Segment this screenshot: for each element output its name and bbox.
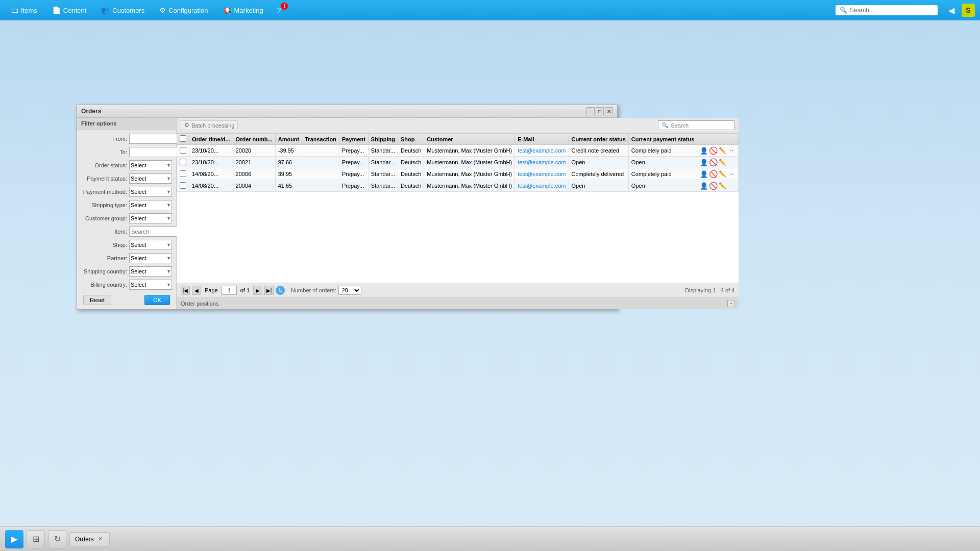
th-shop[interactable]: Shop xyxy=(398,134,424,145)
global-search-input[interactable] xyxy=(850,7,934,14)
prev-page-button[interactable]: ◀ xyxy=(192,286,201,295)
taskbar-orders-tab[interactable]: Orders ✕ xyxy=(69,532,110,546)
nav-item-customers[interactable]: 👥 Customers xyxy=(95,4,151,16)
th-transaction[interactable]: Transaction xyxy=(302,134,339,145)
row-checkbox-cell[interactable] xyxy=(177,180,189,192)
th-payment[interactable]: Payment xyxy=(339,134,369,145)
nav-item-content[interactable]: 📄 Content xyxy=(46,4,93,16)
row-payment-status: Open xyxy=(628,180,697,192)
th-order-status[interactable]: Current order status xyxy=(569,134,628,145)
row-person-icon[interactable]: 👤 xyxy=(700,146,708,155)
th-order-number[interactable]: Order numb... xyxy=(233,134,275,145)
row-checkbox-cell[interactable] xyxy=(177,145,189,157)
row-email-link[interactable]: test@example.com xyxy=(518,183,566,189)
th-order-time[interactable]: Order time/d... xyxy=(189,134,233,145)
filter-row-shipping-type: Shipping type: Select ▼ xyxy=(81,200,172,210)
filter-buttons: Reset OK xyxy=(81,295,172,305)
restore-button[interactable]: □ xyxy=(596,107,604,115)
taskbar-windows-button[interactable]: ⊞ xyxy=(27,530,45,548)
row-block-icon[interactable]: 🚫 xyxy=(709,170,717,178)
row-edit-icon[interactable]: ✏️ xyxy=(718,158,726,166)
ok-button[interactable]: OK xyxy=(144,295,170,305)
row-customer: Mustermann, Max (Muster GmbH) xyxy=(424,180,515,192)
customer-group-select[interactable]: Select xyxy=(129,213,172,223)
row-action-icons: 👤 🚫 ✏️ ↔ xyxy=(700,170,736,178)
row-link-icon[interactable]: ↔ xyxy=(727,146,736,155)
row-email[interactable]: test@example.com xyxy=(515,157,569,168)
nav-item-marketing-label: Marketing xyxy=(234,7,263,14)
row-edit-icon[interactable]: ✏️ xyxy=(718,170,726,178)
orders-search-box[interactable]: 🔍 xyxy=(658,120,734,130)
refresh-button[interactable]: ↻ xyxy=(276,286,285,295)
payment-method-label: Payment method: xyxy=(81,189,127,195)
row-person-icon[interactable]: 👤 xyxy=(700,158,708,166)
orders-toolbar: ⚙ Batch processing 🔍 xyxy=(177,118,739,133)
nav-item-configuration[interactable]: ⚙ Configuration xyxy=(153,4,214,16)
orders-count-label: Number of orders: xyxy=(291,287,336,293)
order-positions-expand[interactable]: + xyxy=(727,300,734,307)
first-page-button[interactable]: |◀ xyxy=(181,286,190,295)
th-customer[interactable]: Customer xyxy=(424,134,515,145)
row-email-link[interactable]: test@example.com xyxy=(518,159,566,165)
row-block-icon[interactable]: 🚫 xyxy=(709,146,717,155)
row-email-link[interactable]: test@example.com xyxy=(518,171,566,177)
shop-select[interactable]: Select xyxy=(129,240,172,250)
select-all-checkbox[interactable] xyxy=(180,135,186,142)
shipping-country-select[interactable]: Select xyxy=(129,266,172,277)
th-payment-status[interactable]: Current payment status xyxy=(628,134,697,145)
row-action-icons: 👤 🚫 ✏️ xyxy=(700,182,736,190)
row-checkbox-3[interactable] xyxy=(180,182,186,189)
row-edit-icon[interactable]: ✏️ xyxy=(718,182,726,190)
partner-select[interactable]: Select xyxy=(129,253,172,263)
order-status-select[interactable]: Select xyxy=(129,160,172,170)
page-input[interactable] xyxy=(222,286,237,295)
row-link-icon[interactable]: ↔ xyxy=(727,170,736,178)
row-block-icon[interactable]: 🚫 xyxy=(709,158,717,166)
order-status-wrapper: Select ▼ xyxy=(129,160,172,170)
row-checkbox-2[interactable] xyxy=(180,170,186,177)
nav-item-marketing[interactable]: 📢 Marketing xyxy=(217,4,270,16)
taskbar-orders-label: Orders xyxy=(75,536,94,543)
row-block-icon[interactable]: 🚫 xyxy=(709,182,717,190)
billing-country-select[interactable]: Select xyxy=(129,280,172,290)
row-person-icon[interactable]: 👤 xyxy=(700,170,708,178)
row-transaction xyxy=(302,180,339,192)
row-email[interactable]: test@example.com xyxy=(515,145,569,157)
batch-processing-button[interactable]: ⚙ Batch processing xyxy=(181,120,238,130)
row-email-link[interactable]: test@example.com xyxy=(518,147,566,154)
nav-item-items[interactable]: 🗃 Items xyxy=(5,4,43,16)
payment-method-select[interactable]: Select xyxy=(129,187,172,197)
row-order-number: 20020 xyxy=(233,145,275,157)
taskbar-refresh-button[interactable]: ↻ xyxy=(48,530,66,548)
taskbar-home-button[interactable]: ▶ xyxy=(5,530,23,548)
pagination-bar: |◀ ◀ Page of 1 ▶ ▶| ↻ Number of orders: … xyxy=(177,283,739,297)
row-email[interactable]: test@example.com xyxy=(515,180,569,192)
help-icon[interactable]: ? xyxy=(277,6,281,14)
payment-status-select[interactable]: Select xyxy=(129,173,172,184)
row-checkbox-0[interactable] xyxy=(180,147,186,154)
th-shipping[interactable]: Shipping xyxy=(368,134,398,145)
payment-method-wrapper: Select ▼ xyxy=(129,187,172,197)
minimize-button[interactable]: – xyxy=(586,107,595,115)
th-amount[interactable]: Amount xyxy=(275,134,302,145)
row-checkbox-1[interactable] xyxy=(180,159,186,165)
back-icon[interactable]: ◀ xyxy=(945,5,958,16)
row-payment: Prepay... xyxy=(339,168,369,180)
row-checkbox-cell[interactable] xyxy=(177,168,189,180)
row-email[interactable]: test@example.com xyxy=(515,168,569,180)
row-edit-icon[interactable]: ✏️ xyxy=(718,146,726,155)
th-email[interactable]: E-Mail xyxy=(515,134,569,145)
taskbar-orders-close[interactable]: ✕ xyxy=(97,536,104,543)
last-page-button[interactable]: ▶| xyxy=(264,286,274,295)
orders-table: Order time/d... Order numb... Amount Tra… xyxy=(177,133,739,192)
orders-search-icon: 🔍 xyxy=(662,122,669,129)
row-checkbox-cell[interactable] xyxy=(177,157,189,168)
global-search-box[interactable]: 🔍 xyxy=(836,5,938,15)
shipping-type-select[interactable]: Select xyxy=(129,200,172,210)
reset-button[interactable]: Reset xyxy=(83,295,111,305)
close-button[interactable]: ✕ xyxy=(605,107,613,115)
row-person-icon[interactable]: 👤 xyxy=(700,182,708,190)
orders-search-input[interactable] xyxy=(671,122,731,129)
next-page-button[interactable]: ▶ xyxy=(253,286,262,295)
orders-per-page-select[interactable]: 20 50 100 xyxy=(338,286,361,295)
